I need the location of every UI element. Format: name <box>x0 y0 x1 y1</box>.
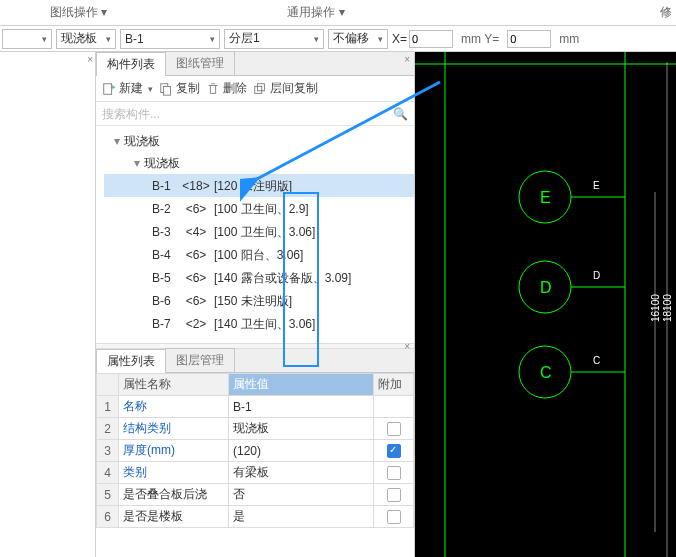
svg-text:16100: 16100 <box>650 294 661 322</box>
svg-rect-4 <box>257 83 264 90</box>
search-input[interactable] <box>102 107 393 121</box>
left-sidebar: × <box>0 52 96 557</box>
tree-leaf[interactable]: B-3<4>[100 卫生间、3.06] <box>104 220 414 243</box>
dropdown-component[interactable]: B-1▾ <box>120 29 220 49</box>
tree-leaf[interactable]: B-7<2>[140 卫生间、3.06] <box>104 312 414 335</box>
table-row[interactable]: 4类别有梁板 <box>97 462 414 484</box>
chevron-down-icon: ▾ <box>148 84 153 94</box>
leaf-desc: [140 卫生间、3.06] <box>214 313 315 335</box>
tree-child[interactable]: ▾现浇板 <box>104 152 414 174</box>
dropdown-layer[interactable]: 分层1▾ <box>224 29 324 49</box>
ribbon-group-label: 图纸操作 ▾ <box>50 4 107 21</box>
attr-value[interactable]: 现浇板 <box>229 418 374 440</box>
attribute-table: 属性名称 属性值 附加 1名称B-12结构类别现浇板3厚度(mm)(120)4类… <box>96 373 414 528</box>
leaf-desc: [140 露台或设备版、3.09] <box>214 267 351 289</box>
tree-leaf[interactable]: B-1<18>[120 未注明版] <box>104 174 414 197</box>
row-index: 6 <box>97 506 119 528</box>
chevron-down-icon: ▾ <box>42 34 47 44</box>
svg-rect-2 <box>163 86 170 95</box>
col-extra: 附加 <box>374 374 414 396</box>
attr-value[interactable]: (120) <box>229 440 374 462</box>
checkbox[interactable] <box>387 466 401 480</box>
leaf-count: <6> <box>178 267 214 289</box>
row-index: 5 <box>97 484 119 506</box>
svg-rect-0 <box>104 83 112 94</box>
attr-value[interactable]: 有梁板 <box>229 462 374 484</box>
svg-text:C: C <box>593 355 600 366</box>
attr-name: 是否叠合板后浇 <box>119 484 229 506</box>
dropdown-type[interactable]: 现浇板▾ <box>56 29 116 49</box>
y-label: mm Y= <box>457 32 503 46</box>
checkbox[interactable] <box>387 488 401 502</box>
attr-value[interactable]: 否 <box>229 484 374 506</box>
tree-leaf[interactable]: B-2<6>[100 卫生间、2.9] <box>104 197 414 220</box>
ribbon-right-text: 修 <box>660 4 676 21</box>
tab-attributes[interactable]: 属性列表 <box>96 349 166 373</box>
attr-extra <box>374 462 414 484</box>
chevron-down-icon: ▾ <box>210 34 215 44</box>
row-index: 4 <box>97 462 119 484</box>
delete-icon <box>206 82 220 96</box>
leaf-name: B-3 <box>152 221 178 243</box>
attr-value[interactable]: B-1 <box>229 396 374 418</box>
attr-extra <box>374 484 414 506</box>
component-panel-tabs: 构件列表 图纸管理 × <box>96 52 414 76</box>
leaf-count: <2> <box>178 313 214 335</box>
ribbon-group-common[interactable]: 通用操作 ▾ <box>287 4 344 21</box>
search-icon[interactable]: 🔍 <box>393 107 408 121</box>
leaf-desc: [100 阳台、3.06] <box>214 244 303 266</box>
chevron-down-icon: ▾ <box>106 34 111 44</box>
component-tree: ▾现浇板 ▾现浇板 B-1<18>[120 未注明版]B-2<6>[100 卫生… <box>96 126 414 343</box>
col-name: 属性名称 <box>119 374 229 396</box>
svg-text:18100: 18100 <box>662 294 673 322</box>
dropdown-offset[interactable]: 不偏移▾ <box>328 29 388 49</box>
tree-leaf[interactable]: B-5<6>[140 露台或设备版、3.09] <box>104 266 414 289</box>
checkbox[interactable] <box>387 510 401 524</box>
new-button[interactable]: 新建▾ <box>102 80 153 97</box>
table-row[interactable]: 5是否叠合板后浇否 <box>97 484 414 506</box>
tab-layer-manage[interactable]: 图层管理 <box>165 348 235 372</box>
y-input[interactable] <box>507 30 551 48</box>
attr-value[interactable]: 是 <box>229 506 374 528</box>
table-row[interactable]: 6是否是楼板是 <box>97 506 414 528</box>
chevron-down-icon: ▾ <box>314 34 319 44</box>
leaf-desc: [150 未注明版] <box>214 290 292 312</box>
close-icon[interactable]: × <box>404 54 410 65</box>
tree-leaf[interactable]: B-6<6>[150 未注明版] <box>104 289 414 312</box>
ribbon-group-drawings[interactable]: 图纸操作 ▾ <box>50 4 107 21</box>
row-index: 3 <box>97 440 119 462</box>
coord-y <box>507 30 551 48</box>
attr-extra <box>374 506 414 528</box>
tree-root[interactable]: ▾现浇板 <box>104 130 414 152</box>
ribbon-group-label: 通用操作 ▾ <box>287 4 344 21</box>
dropdown-1[interactable]: ▾ <box>2 29 52 49</box>
leaf-name: B-4 <box>152 244 178 266</box>
table-row[interactable]: 1名称B-1 <box>97 396 414 418</box>
table-row[interactable]: 2结构类别现浇板 <box>97 418 414 440</box>
leaf-count: <4> <box>178 221 214 243</box>
tab-drawing-manage[interactable]: 图纸管理 <box>165 51 235 75</box>
svg-rect-3 <box>255 86 262 93</box>
svg-text:E: E <box>593 180 600 191</box>
leaf-name: B-7 <box>152 313 178 335</box>
cad-viewport[interactable]: E D C E D C 16100 18100 <box>415 52 676 557</box>
leaf-count: <18> <box>178 175 214 197</box>
tree-leaf[interactable]: B-4<6>[100 阳台、3.06] <box>104 243 414 266</box>
close-icon[interactable]: × <box>87 54 93 65</box>
tab-component-list[interactable]: 构件列表 <box>96 52 166 76</box>
coord-x: X= <box>392 30 453 48</box>
filter-bar: ▾ 现浇板▾ B-1▾ 分层1▾ 不偏移▾ X= mm Y= mm <box>0 26 676 52</box>
delete-button[interactable]: 删除 <box>206 80 247 97</box>
row-index: 2 <box>97 418 119 440</box>
grid-label-e: E <box>540 189 551 206</box>
x-input[interactable] <box>409 30 453 48</box>
new-icon <box>102 82 116 96</box>
checkbox[interactable] <box>387 444 401 458</box>
table-row[interactable]: 3厚度(mm)(120) <box>97 440 414 462</box>
checkbox[interactable] <box>387 422 401 436</box>
tree-twisty-icon: ▾ <box>112 130 122 152</box>
layer-copy-button[interactable]: 层间复制 <box>253 80 318 97</box>
attr-name: 结构类别 <box>119 418 229 440</box>
copy-button[interactable]: 复制 <box>159 80 200 97</box>
tree-twisty-icon: ▾ <box>132 152 142 174</box>
